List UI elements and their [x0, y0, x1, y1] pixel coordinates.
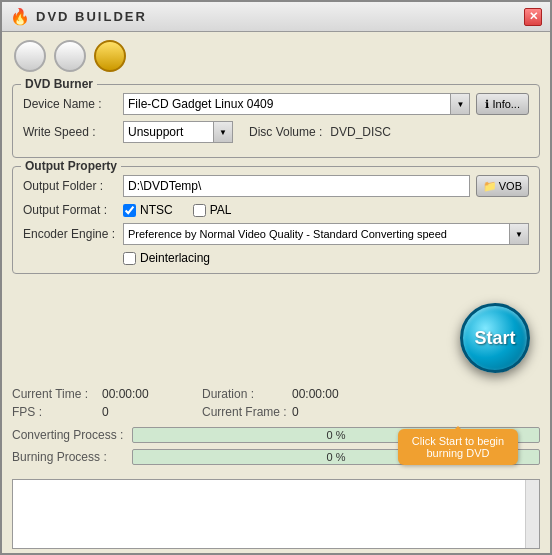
- deinterlace-checkbox[interactable]: [123, 252, 136, 265]
- burning-label: Burning Process :: [12, 450, 132, 464]
- write-speed-label: Write Speed :: [23, 125, 123, 139]
- encoder-wrapper: Preference by Normal Video Quality - Sta…: [123, 223, 529, 245]
- info-label: Info...: [492, 98, 520, 110]
- toolbar-btn-3[interactable]: [94, 40, 126, 72]
- toolbar: [2, 32, 550, 80]
- current-frame-label: Current Frame :: [202, 405, 292, 419]
- device-name-row: Device Name : File-CD Gadget Linux 0409 …: [23, 93, 529, 115]
- start-tooltip: Click Start to begin burning DVD: [398, 429, 518, 465]
- window-title: DVD BUILDER: [36, 9, 147, 24]
- write-speed-wrapper: Unsupport ▼: [123, 121, 233, 143]
- stats-section: Current Time : 00:00:00 Duration : 00:00…: [2, 383, 550, 423]
- deinterlace-text: Deinterlacing: [140, 251, 210, 265]
- info-icon: ℹ: [485, 98, 489, 111]
- log-scrollbar[interactable]: [525, 480, 539, 548]
- dvd-burner-label: DVD Burner: [21, 77, 97, 91]
- log-area[interactable]: [12, 479, 540, 549]
- output-format-label: Output Format :: [23, 203, 123, 217]
- current-frame-value: 0: [292, 405, 299, 419]
- device-name-label: Device Name :: [23, 97, 123, 111]
- fps-row: FPS : 0 Current Frame : 0: [12, 405, 540, 419]
- app-icon: 🔥: [10, 7, 30, 26]
- output-folder-label: Output Folder :: [23, 179, 123, 193]
- toolbar-btn-2[interactable]: [54, 40, 86, 72]
- disc-volume-label: Disc Volume :: [249, 125, 322, 139]
- output-property-group: Output Property Output Folder : 📁 VOB Ou…: [12, 166, 540, 274]
- folder-icon: 📁: [483, 180, 497, 193]
- fps-value: 0: [102, 405, 202, 419]
- output-folder-row: Output Folder : 📁 VOB: [23, 175, 529, 197]
- toolbar-btn-1[interactable]: [14, 40, 46, 72]
- ntsc-label[interactable]: NTSC: [123, 203, 173, 217]
- progress-section: Converting Process : 0 % Burning Process…: [2, 423, 550, 475]
- vob-label: VOB: [499, 180, 522, 192]
- fps-label: FPS :: [12, 405, 102, 419]
- encoder-label: Encoder Engine :: [23, 227, 123, 241]
- title-bar: 🔥 DVD BUILDER ✕: [2, 2, 550, 32]
- ntsc-checkbox[interactable]: [123, 204, 136, 217]
- current-time-label: Current Time :: [12, 387, 102, 401]
- duration-value: 00:00:00: [292, 387, 339, 401]
- close-button[interactable]: ✕: [524, 8, 542, 26]
- pal-checkbox[interactable]: [193, 204, 206, 217]
- write-speed-select[interactable]: Unsupport: [123, 121, 233, 143]
- pal-text: PAL: [210, 203, 232, 217]
- write-speed-row: Write Speed : Unsupport ▼ Disc Volume : …: [23, 121, 529, 143]
- encoder-row: Encoder Engine : Preference by Normal Vi…: [23, 223, 529, 245]
- title-bar-left: 🔥 DVD BUILDER: [10, 7, 147, 26]
- time-row: Current Time : 00:00:00 Duration : 00:00…: [12, 387, 540, 401]
- duration-label: Duration :: [202, 387, 292, 401]
- pal-label[interactable]: PAL: [193, 203, 232, 217]
- deinterlace-row: Deinterlacing: [23, 251, 529, 265]
- info-button[interactable]: ℹ Info...: [476, 93, 529, 115]
- device-select[interactable]: File-CD Gadget Linux 0409: [123, 93, 470, 115]
- device-dropdown-wrapper: File-CD Gadget Linux 0409 ▼: [123, 93, 470, 115]
- converting-label: Converting Process :: [12, 428, 132, 442]
- output-property-label: Output Property: [21, 159, 121, 173]
- output-format-row: Output Format : NTSC PAL: [23, 203, 529, 217]
- vob-button[interactable]: 📁 VOB: [476, 175, 529, 197]
- start-button[interactable]: Start: [460, 303, 530, 373]
- disc-volume-value: DVD_DISC: [330, 125, 391, 139]
- deinterlace-label[interactable]: Deinterlacing: [123, 251, 210, 265]
- output-folder-input[interactable]: [123, 175, 470, 197]
- current-time-value: 00:00:00: [102, 387, 202, 401]
- main-window: 🔥 DVD BUILDER ✕ DVD Burner Device Name :…: [0, 0, 552, 555]
- encoder-select[interactable]: Preference by Normal Video Quality - Sta…: [123, 223, 529, 245]
- ntsc-text: NTSC: [140, 203, 173, 217]
- dvd-burner-group: DVD Burner Device Name : File-CD Gadget …: [12, 84, 540, 158]
